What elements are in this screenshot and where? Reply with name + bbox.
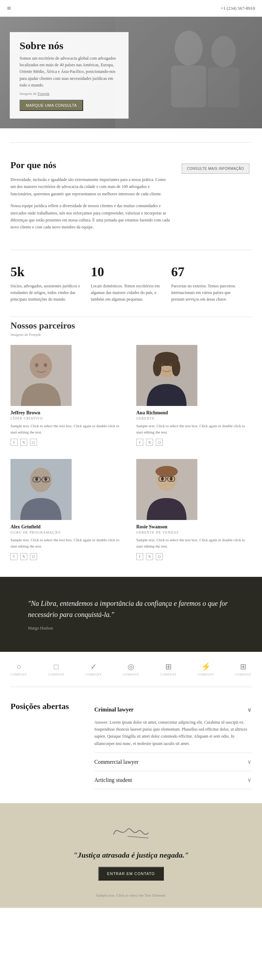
instagram-icon-3[interactable]: ◻: [156, 553, 163, 560]
accordion-title-0: Criminal lawyer: [94, 706, 133, 713]
partner-role-2: GURU DE PROGRAMAÇÃO: [11, 530, 126, 534]
logo-item-6[interactable]: ⊞ COMPANY: [235, 662, 251, 676]
positions-right: Criminal lawyer ∨ Answer: Lorem ipsum do…: [94, 701, 251, 789]
accordion-header-1[interactable]: Commercial lawyer ∨: [94, 753, 251, 771]
accordion-title-2: Articling student: [94, 777, 132, 783]
accordion-header-0[interactable]: Criminal lawyer ∨: [94, 701, 251, 719]
logo-item-0[interactable]: ○ COMPANY: [11, 662, 27, 676]
footer-cta-button[interactable]: ENTRAR EM CONTATO: [98, 867, 164, 881]
partner-name-2: Alex Grinfield: [11, 524, 126, 530]
why-section: Por que nós Diversidade, inclusão e igua…: [0, 143, 262, 250]
accordion-item-2: Articling student ∨: [94, 771, 251, 789]
logo-item-5[interactable]: ⚡ COMPANY: [197, 662, 214, 676]
signature: [11, 821, 251, 845]
quote-text: "Na Libra, entendemos a importância da c…: [28, 598, 234, 620]
svg-point-15: [169, 363, 172, 366]
logo-label-6: COMPANY: [235, 673, 251, 676]
partner-desc-2: Sample text. Click to select the text bo…: [11, 537, 126, 549]
logo-item-1[interactable]: □ COMPANY: [48, 662, 65, 676]
logo-icon-4: ⊞: [165, 662, 171, 671]
facebook-icon-2[interactable]: f: [11, 553, 18, 560]
signature-svg: [110, 821, 152, 842]
why-text-2: Nossa equipe jurídica reflete a diversid…: [11, 202, 171, 231]
accordion-item-1: Commercial lawyer ∨: [94, 753, 251, 771]
partner-desc-1: Sample text. Click to select the text bo…: [136, 423, 251, 435]
accordion-header-2[interactable]: Articling student ∨: [94, 771, 251, 789]
partner-card-0: Jeffrey Brown LÍDER CRIATIVO Sample text…: [11, 345, 126, 449]
twitter-icon-3[interactable]: 𝕏: [146, 553, 153, 560]
logo-label-5: COMPANY: [197, 673, 214, 676]
svg-point-14: [161, 363, 164, 366]
freepik-link[interactable]: Freepik: [38, 91, 50, 95]
stat-number-2: 67: [171, 264, 251, 279]
partner-desc-3: Sample text. Click to select the text bo…: [136, 537, 251, 549]
svg-point-6: [30, 353, 52, 379]
logo-icon-0: ○: [16, 662, 21, 671]
quote-section: "Na Libra, entendemos a importância da c…: [0, 577, 262, 652]
accordion-chevron-2: ∨: [247, 777, 251, 783]
positions-section: Posições abertas Criminal lawyer ∨ Answe…: [0, 687, 262, 803]
svg-point-13: [172, 359, 180, 376]
partner-photo-3: [136, 459, 197, 520]
partner-card-1: Ana Richmond GERENTE Sample text. Click …: [136, 345, 251, 449]
facebook-icon-1[interactable]: f: [136, 439, 143, 446]
logo-label-0: COMPANY: [11, 673, 27, 676]
partner-social-1: f 𝕏 ◻: [136, 439, 251, 446]
partner-social-0: f 𝕏 ◻: [11, 439, 126, 446]
hero-image: [115, 17, 262, 128]
twitter-icon-2[interactable]: 𝕏: [20, 553, 27, 560]
svg-point-1: [175, 31, 203, 65]
hero-section: Sobre nós Somos um escritório de advocac…: [0, 17, 262, 128]
quote-author: Margo Hudson: [28, 626, 234, 631]
partner-card-3: Rosie Swanson GERENTE DE VENDAS Sample t…: [136, 459, 251, 563]
header: ≡ +1 (234) 567-8910: [0, 0, 262, 17]
svg-point-21: [35, 477, 38, 481]
stat-item-0: 5k Sócios, advogados, assistentes jurídi…: [11, 264, 91, 303]
stat-desc-0: Sócios, advogados, assistentes jurídicos…: [11, 283, 80, 303]
twitter-icon-1[interactable]: 𝕏: [146, 439, 153, 446]
instagram-icon-2[interactable]: ◻: [30, 553, 37, 560]
partner-role-1: GERENTE: [136, 417, 251, 420]
partners-grid: Jeffrey Brown LÍDER CRIATIVO Sample text…: [11, 345, 251, 563]
footer-quote-text: "Justiça atrasada é justiça negada.": [11, 851, 251, 860]
logo-item-4[interactable]: ⊞ COMPANY: [160, 662, 177, 676]
stats-section: 5k Sócios, advogados, assistentes jurídi…: [0, 250, 262, 317]
instagram-icon-0[interactable]: ◻: [30, 439, 37, 446]
logo-label-4: COMPANY: [160, 673, 177, 676]
hamburger-icon[interactable]: ≡: [7, 4, 11, 12]
partner-photo-0: [11, 345, 72, 406]
hero-content-box: Sobre nós Somos um escritório de advocac…: [10, 32, 129, 119]
svg-point-28: [155, 466, 178, 477]
logo-item-3[interactable]: ◎ COMPANY: [123, 662, 139, 676]
footer-sample-text: Sample text. Click to select the Text El…: [11, 893, 251, 897]
stat-number-1: 10: [91, 264, 171, 279]
partner-card-2: Alex Grinfield GURU DE PROGRAMAÇÃO Sampl…: [11, 459, 126, 563]
logo-item-2[interactable]: ✓ COMPANY: [85, 662, 102, 676]
logo-icon-1: □: [54, 662, 58, 671]
logo-label-1: COMPANY: [48, 673, 65, 676]
phone-number: +1 (234) 567-8910: [221, 6, 255, 11]
partner-role-3: GERENTE DE VENDAS: [136, 530, 251, 534]
footer-section: "Justiça atrasada é justiça negada." ENT…: [0, 803, 262, 908]
svg-point-30: [170, 477, 173, 480]
svg-point-3: [211, 36, 236, 67]
stat-desc-1: Locais domésticos. Temos escritórios em …: [91, 283, 161, 303]
svg-point-22: [45, 477, 47, 481]
svg-point-7: [35, 363, 38, 367]
partner-role-0: LÍDER CRIATIVO: [11, 417, 126, 420]
partners-title: Nossos parceiros: [11, 320, 251, 331]
instagram-icon-1[interactable]: ◻: [156, 439, 163, 446]
stat-item-1: 10 Locais domésticos. Temos escritórios …: [91, 264, 171, 303]
why-cta-button[interactable]: CONSULTE MAIS INFORMAÇÃO: [182, 164, 249, 174]
logo-icon-3: ◎: [128, 662, 134, 671]
svg-point-12: [153, 359, 161, 376]
accordion-chevron-1: ∨: [247, 759, 251, 765]
why-right: CONSULTE MAIS INFORMAÇÃO: [182, 160, 251, 236]
facebook-icon-0[interactable]: f: [11, 439, 18, 446]
hero-cta-button[interactable]: MARQUE UMA CONSULTA: [19, 100, 83, 111]
why-left: Por que nós Diversidade, inclusão e igua…: [11, 160, 171, 236]
twitter-icon-0[interactable]: 𝕏: [20, 439, 27, 446]
why-text-1: Diversidade, inclusão e igualdade são ex…: [11, 176, 171, 197]
partner-photo-1: [136, 345, 197, 406]
facebook-icon-3[interactable]: f: [136, 553, 143, 560]
